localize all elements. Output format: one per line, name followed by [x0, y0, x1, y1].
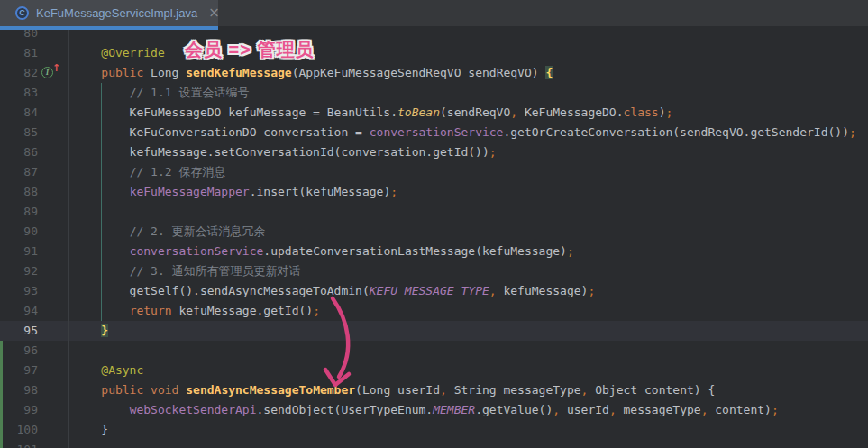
line-number[interactable]: 100 — [0, 420, 38, 440]
code-text: KeFuMessageDO kefuMessage = BeanUtils.to… — [73, 103, 672, 123]
code-text: } — [73, 321, 108, 341]
line-number[interactable]: 84 — [0, 103, 38, 123]
code-line[interactable]: 94 return kefuMessage.getId(); — [0, 301, 868, 321]
code-line[interactable]: 101 — [0, 440, 868, 448]
line-number[interactable]: 83 — [0, 83, 38, 103]
code-line[interactable]: 87 // 1.2 保存消息 — [0, 162, 868, 182]
code-line[interactable]: 81 @Override — [0, 43, 868, 63]
code-line[interactable]: 82I↑ public Long sendKefuMessage(AppKeFu… — [0, 63, 868, 83]
line-number[interactable]: 96 — [0, 341, 38, 361]
code-line[interactable]: 83 // 1.1 设置会话编号 — [0, 83, 868, 103]
code-line[interactable]: 96 — [0, 341, 868, 361]
close-icon[interactable]: × — [208, 6, 220, 20]
code-line[interactable]: 90 // 2. 更新会话消息冗余 — [0, 222, 868, 242]
tab-kefumessageserviceimpl[interactable]: C KeFuMessageServiceImpl.java × — [0, 0, 218, 26]
line-number[interactable]: 101 — [0, 440, 38, 448]
code-text: // 1.1 设置会话编号 — [73, 83, 249, 103]
code-line[interactable]: 88 keFuMessageMapper.insert(kefuMessage)… — [0, 182, 868, 202]
code-line[interactable]: 100 } — [0, 420, 868, 440]
line-number[interactable]: 95 — [0, 321, 38, 341]
code-text: @Override — [73, 43, 165, 63]
code-line[interactable]: 98 public void sendAsyncMessageToMember(… — [0, 380, 868, 400]
line-number[interactable]: 93 — [0, 281, 38, 301]
code-line[interactable]: 91 conversationService.updateConversatio… — [0, 242, 868, 261]
line-number[interactable]: 85 — [0, 123, 38, 142]
line-number[interactable]: 99 — [0, 400, 38, 420]
code-text: } — [73, 420, 108, 440]
line-number[interactable]: 92 — [0, 261, 38, 281]
line-number[interactable]: 87 — [0, 162, 38, 182]
line-number[interactable]: 88 — [0, 182, 38, 202]
code-text: KeFuConversationDO conversation = conver… — [73, 123, 856, 142]
code-text: // 1.2 保存消息 — [73, 162, 225, 182]
code-line[interactable]: 95 } — [0, 321, 868, 341]
code-text: @Async — [73, 361, 143, 380]
code-text: return kefuMessage.getId(); — [73, 301, 320, 321]
code-text: conversationService.updateConversationLa… — [73, 242, 574, 261]
code-line[interactable]: 99 webSocketSenderApi.sendObject(UserTyp… — [0, 400, 868, 420]
editor-tab-bar: C KeFuMessageServiceImpl.java × — [0, 0, 868, 26]
code-line[interactable]: 89 — [0, 202, 868, 222]
code-line[interactable]: 84 KeFuMessageDO kefuMessage = BeanUtils… — [0, 103, 868, 123]
line-number[interactable]: 91 — [0, 242, 38, 261]
scope-indent-guide — [101, 83, 102, 321]
code-text: public Long sendKefuMessage(AppKeFuMessa… — [73, 63, 553, 83]
line-number[interactable]: 94 — [0, 301, 38, 321]
line-number[interactable]: 90 — [0, 222, 38, 242]
active-tab-underline — [0, 26, 218, 30]
line-number[interactable]: 81 — [0, 43, 38, 63]
code-text: kefuMessage.setConversationId(conversati… — [73, 142, 497, 162]
java-class-icon: C — [15, 6, 29, 20]
tab-title: KeFuMessageServiceImpl.java — [36, 6, 197, 20]
code-line[interactable]: 86 kefuMessage.setConversationId(convers… — [0, 142, 868, 162]
code-text: keFuMessageMapper.insert(kefuMessage); — [73, 182, 397, 202]
line-number[interactable]: 86 — [0, 142, 38, 162]
override-arrow-icon: ↑ — [52, 63, 60, 74]
code-line[interactable]: 92 // 3. 通知所有管理员更新对话 — [0, 261, 868, 281]
code-line[interactable]: 85 KeFuConversationDO conversation = con… — [0, 123, 868, 142]
ide-window: 8081 @Override82I↑ public Long sendKefuM… — [0, 0, 868, 448]
annotation-sticker: 会员 => 管理员 — [185, 38, 314, 62]
code-text: // 2. 更新会话消息冗余 — [73, 222, 266, 242]
code-line[interactable]: 93 getSelf().sendAsyncMessageToAdmin(KEF… — [0, 281, 868, 301]
code-text: // 3. 通知所有管理员更新对话 — [73, 261, 301, 281]
line-number[interactable]: 89 — [0, 202, 38, 222]
code-text: webSocketSenderApi.sendObject(UserTypeEn… — [73, 400, 779, 420]
line-number[interactable]: 82 — [0, 63, 38, 83]
line-number[interactable]: 97 — [0, 361, 38, 380]
code-text: public void sendAsyncMessageToMember(Lon… — [73, 380, 715, 400]
code-text: getSelf().sendAsyncMessageToAdmin(KEFU_M… — [73, 281, 595, 301]
line-number[interactable]: 98 — [0, 380, 38, 400]
code-line[interactable]: 97 @Async — [0, 361, 868, 380]
gutter-divider — [68, 26, 69, 448]
